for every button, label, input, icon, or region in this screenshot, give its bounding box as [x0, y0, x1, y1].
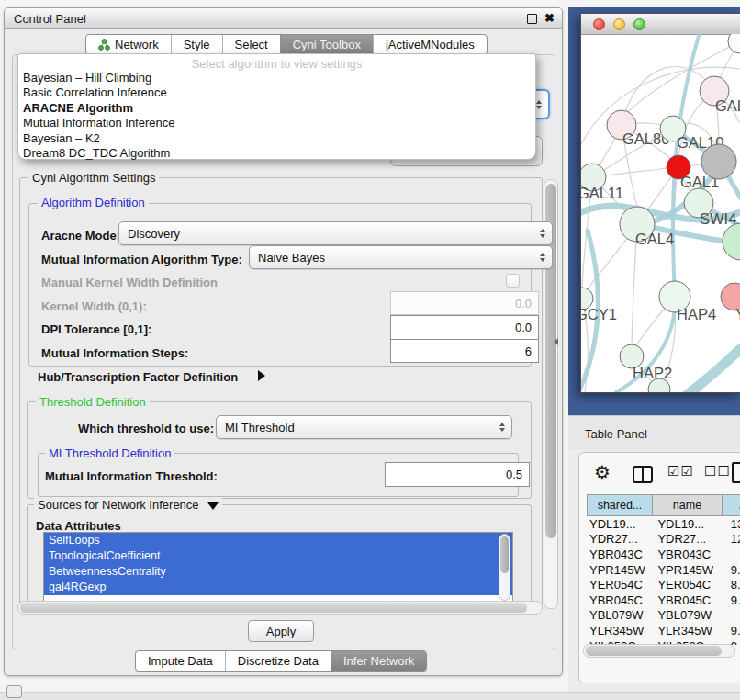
- network-canvas[interactable]: GALGAL80GAL10GAL1GAL11SWI4GAL4GCY1HAP4YH…: [581, 34, 740, 392]
- algorithm-option-bayesian-k2[interactable]: Bayesian – K2: [18, 131, 535, 146]
- network-node[interactable]: [728, 34, 740, 53]
- attribute-item-selfloops[interactable]: SelfLoops: [44, 533, 512, 548]
- checked-boxes-icon[interactable]: ☑☑: [667, 463, 694, 480]
- network-svg: GALGAL80GAL10GAL1GAL11SWI4GAL4GCY1HAP4YH…: [581, 34, 740, 392]
- file-icon[interactable]: [732, 462, 740, 483]
- table-row[interactable]: YBR043CYBR043C: [587, 547, 740, 562]
- table-row[interactable]: YDL19...YDL19...13: [587, 516, 740, 532]
- column-header-a[interactable]: A: [723, 494, 740, 516]
- tab-style[interactable]: Style: [171, 35, 222, 54]
- tab-discretize-data[interactable]: Discretize Data: [225, 651, 331, 671]
- table-cell: YBR043C: [587, 548, 651, 561]
- dpi-tolerance-field[interactable]: 0.0: [390, 315, 539, 340]
- table-cell: 9.: [724, 563, 740, 577]
- node-label-hap4: HAP4: [677, 306, 716, 322]
- which-threshold-value: MI Threshold: [225, 421, 295, 435]
- table-row[interactable]: YBL079WYBL079W: [587, 608, 740, 624]
- tab-cyni-toolbox[interactable]: Cyni Toolbox: [280, 35, 373, 54]
- settings-horizontal-scrollbar[interactable]: [17, 601, 543, 615]
- network-view-window: GALGAL80GAL10GAL1GAL11SWI4GAL4GCY1HAP4YH…: [580, 13, 740, 393]
- scrollbar-thumb[interactable]: [20, 603, 527, 613]
- dpi-tolerance-value: 0.0: [515, 321, 532, 334]
- tab-label: Select: [235, 38, 268, 51]
- which-threshold-label: Which threshold to use:: [78, 422, 214, 435]
- collapse-down-icon[interactable]: [207, 502, 219, 510]
- network-node[interactable]: [701, 144, 736, 179]
- dropdown-placeholder: Select algorithm to view settings: [18, 57, 535, 71]
- expand-right-icon[interactable]: [258, 370, 265, 381]
- network-window-titlebar: [581, 14, 740, 35]
- tab-impute-data[interactable]: Impute Data: [136, 651, 225, 671]
- network-node[interactable]: [723, 223, 740, 260]
- algorithm-option-bayesian-hill-climbing[interactable]: Bayesian – Hill Climbing: [18, 71, 535, 85]
- close-traffic-light-icon[interactable]: [593, 18, 605, 30]
- tab-select[interactable]: Select: [222, 35, 280, 54]
- minimized-panel-icon[interactable]: [6, 685, 22, 698]
- tab-infer-network[interactable]: Infer Network: [331, 651, 426, 671]
- manual-kernel-label: Manual Kernel Width Definition: [41, 276, 218, 289]
- apply-button[interactable]: Apply: [248, 620, 314, 642]
- table-row[interactable]: YDR27...YDR27...12: [587, 532, 740, 548]
- mi-threshold-value: 0.5: [506, 468, 522, 481]
- column-header-name[interactable]: name: [653, 494, 723, 516]
- tab-network[interactable]: Network: [86, 35, 171, 54]
- tab-label: Infer Network: [343, 654, 414, 668]
- kernel-width-field[interactable]: 0.0: [390, 291, 539, 315]
- hub-definition-label: Hub/Transcription Factor Definition: [38, 370, 238, 384]
- sources-group-title: Sources for Network Inference: [34, 498, 222, 512]
- minimize-traffic-light-icon[interactable]: [613, 18, 625, 30]
- table-panel-titlebar: Table Panel: [568, 415, 740, 452]
- tab-jactivemnodules[interactable]: jActiveMNodules: [373, 35, 487, 54]
- splitter-collapse-icon[interactable]: [554, 338, 558, 345]
- algorithm-option-basic-correlation-inference[interactable]: Basic Correlation Inference: [18, 85, 535, 100]
- network-edge[interactable]: [688, 344, 740, 392]
- attributes-vertical-scrollbar[interactable]: [499, 534, 510, 601]
- attribute-item-topologicalcoefficient[interactable]: TopologicalCoefficient: [44, 548, 512, 564]
- zoom-traffic-light-icon[interactable]: [633, 18, 645, 30]
- table-cell: YLR345W: [651, 624, 723, 638]
- mi-type-combobox[interactable]: Naive Bayes: [249, 245, 553, 269]
- gear-icon[interactable]: ⚙: [594, 461, 611, 483]
- aracne-mode-combobox[interactable]: Discovery: [118, 221, 553, 245]
- data-attributes-list: SelfLoopsTopologicalCoefficientBetweenne…: [43, 532, 513, 603]
- table-cell: YDL19...: [587, 517, 651, 531]
- table-cell: 12: [724, 532, 740, 546]
- stepper-arrows-icon: [536, 100, 542, 109]
- algorithm-option-dream8-dc-tdc-algorithm[interactable]: Dream8 DC_TDC Algorithm: [18, 146, 535, 161]
- table-row[interactable]: YLR345WYLR345W9.: [587, 623, 740, 638]
- data-attributes-label: Data Attributes: [36, 519, 121, 533]
- table-row[interactable]: YBR045CYBR045C9.: [587, 593, 740, 608]
- unchecked-boxes-icon[interactable]: ☐☐: [704, 463, 731, 480]
- mi-steps-field[interactable]: 6: [390, 339, 539, 363]
- column-header-shared-[interactable]: shared...: [587, 494, 653, 516]
- algorithm-option-aracne-algorithm[interactable]: ARACNE Algorithm: [18, 101, 535, 116]
- node-label-hap2: HAP2: [633, 365, 672, 381]
- table-cell: YER054C: [651, 578, 723, 592]
- threshold-definition-title: Threshold Definition: [36, 395, 150, 409]
- control-panel-tabs: NetworkStyleSelectCyni ToolboxjActiveMNo…: [85, 34, 488, 55]
- cyni-mode-tabs: Impute DataDiscretize DataInfer Network: [135, 650, 427, 672]
- tab-label: Cyni Toolbox: [293, 38, 361, 51]
- node-label-y: Y: [735, 306, 740, 322]
- attribute-item-gal4rgexp[interactable]: gal4RGexp: [44, 580, 512, 595]
- scrollbar-thumb[interactable]: [500, 536, 509, 573]
- mi-threshold-definition-title: MI Threshold Definition: [45, 446, 174, 460]
- algorithm-option-mutual-information-inference[interactable]: Mutual Information Inference: [18, 116, 535, 130]
- close-icon[interactable]: ✖: [544, 11, 555, 25]
- float-window-icon[interactable]: [527, 14, 537, 24]
- tab-label: Network: [115, 38, 159, 51]
- manual-kernel-checkbox[interactable]: [506, 274, 520, 288]
- which-threshold-combobox[interactable]: MI Threshold: [216, 415, 512, 439]
- attribute-item-betweennesscentrality[interactable]: BetweennessCentrality: [44, 564, 512, 580]
- control-panel-window: Control Panel ✖ NetworkStyleSelectCyni T…: [4, 7, 563, 676]
- tab-label: Style: [184, 38, 210, 51]
- mi-threshold-field[interactable]: 0.5: [385, 462, 530, 487]
- table-cell: YBR045C: [651, 593, 723, 607]
- split-columns-icon[interactable]: [633, 466, 653, 483]
- table-cell: YER054C: [587, 578, 651, 592]
- scrollbar-thumb[interactable]: [586, 646, 722, 656]
- network-icon: [98, 39, 110, 51]
- table-row[interactable]: YPR145WYPR145W9.: [587, 562, 740, 578]
- table-horizontal-scrollbar[interactable]: [583, 644, 735, 658]
- table-row[interactable]: YER054CYER054C8.: [587, 577, 740, 593]
